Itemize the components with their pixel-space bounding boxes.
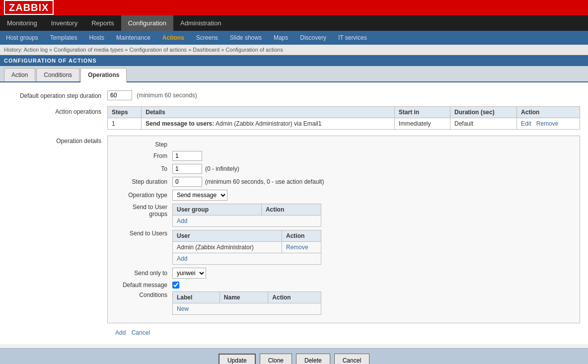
step-header-row: Step — [113, 141, 575, 148]
step-duration-field: (minimum 60 seconds) — [107, 90, 580, 100]
operation-details-field: Step From To (0 - infinitely) — [107, 136, 580, 323]
form-links: Add Cancel — [107, 329, 588, 336]
default-message-checkbox[interactable] — [172, 282, 179, 289]
nav-administration[interactable]: Administration — [173, 15, 228, 31]
clone-button[interactable]: Clone — [260, 354, 292, 364]
content: Default operation step duration (minimum… — [0, 82, 588, 344]
main-nav: Monitoring Inventory Reports Configurati… — [0, 15, 588, 31]
tab-action[interactable]: Action — [4, 68, 35, 81]
subnav-discovery[interactable]: Discovery — [294, 31, 332, 45]
step-duration-hint: (minimum 60 seconds) — [137, 92, 197, 99]
op-start-in: Immediately — [394, 118, 450, 130]
step-duration-label: Default operation step duration — [8, 90, 107, 99]
subnav-it-services[interactable]: IT services — [332, 31, 373, 45]
from-row: From — [113, 151, 575, 161]
user-name: Admin (Zabbix Administrator) — [173, 242, 282, 253]
subnav-host-groups[interactable]: Host groups — [0, 31, 44, 45]
subnav-screens[interactable]: Screens — [190, 31, 224, 45]
logo-text: ZABBIX — [9, 2, 49, 13]
to-label: To — [113, 165, 172, 172]
form-cancel-link[interactable]: Cancel — [132, 329, 150, 336]
send-to-users-value: User Action Admin (Zabbix Administrator)… — [172, 230, 321, 265]
subnav-templates[interactable]: Templates — [44, 31, 83, 45]
default-message-value — [172, 282, 179, 289]
user-row: Admin (Zabbix Administrator) Remove — [173, 242, 321, 253]
action-operations-row: Action operations Steps Details Start in… — [0, 106, 588, 130]
send-to-groups-value: User group Action Add — [172, 204, 321, 227]
cond-col-name: Name — [220, 292, 268, 303]
cond-new-row: New — [173, 303, 321, 315]
update-button[interactable]: Update — [219, 354, 256, 364]
conditions-label: Conditions — [113, 291, 172, 298]
table-row: 1 Send message to users: Admin (Zabbix A… — [108, 118, 580, 130]
breadcrumb: History: Action log » Configuration of m… — [0, 45, 588, 55]
tabs: Action Conditions Operations — [0, 66, 588, 82]
subnav-maintenance[interactable]: Maintenance — [110, 31, 156, 45]
op-steps: 1 — [108, 118, 142, 130]
from-label: From — [113, 152, 172, 159]
conditions-row: Conditions Label Name Action — [113, 291, 575, 315]
from-input[interactable] — [172, 151, 202, 161]
op-remove-link[interactable]: Remove — [536, 120, 559, 127]
operation-details-label: Operation details — [8, 136, 107, 145]
user-add-link[interactable]: Add — [177, 255, 187, 262]
send-to-groups-label: Send to User groups — [113, 204, 172, 218]
operation-type-row: Operation type Send message — [113, 190, 575, 201]
form-add-link[interactable]: Add — [115, 329, 126, 336]
to-hint: (0 - infinitely) — [205, 165, 239, 172]
operation-details-box: Step From To (0 - infinitely) — [107, 136, 580, 323]
send-to-groups-row: Send to User groups User group Action — [113, 204, 575, 227]
op-step-duration-input[interactable] — [172, 177, 202, 187]
user-remove-cell: Remove — [282, 242, 321, 253]
nav-monitoring[interactable]: Monitoring — [0, 15, 44, 31]
op-step-duration-value: (minimum 60 seconds, 0 - use action defa… — [172, 177, 324, 187]
op-details: Send message to users: Admin (Zabbix Adm… — [142, 118, 395, 130]
delete-button[interactable]: Delete — [296, 354, 330, 364]
col-action: Action — [517, 107, 580, 118]
col-duration: Duration (sec) — [450, 107, 516, 118]
ug-add-link[interactable]: Add — [177, 218, 187, 224]
cond-col-label: Label — [173, 292, 220, 303]
user-add-row: Add — [173, 253, 321, 265]
op-step-duration-label: Step duration — [113, 178, 172, 185]
default-message-row: Default message — [113, 282, 575, 289]
tab-conditions[interactable]: Conditions — [36, 68, 79, 81]
cond-new-link[interactable]: New — [177, 305, 189, 312]
send-to-users-row: Send to Users User Action — [113, 230, 575, 265]
user-groups-table: User group Action Add — [172, 204, 321, 227]
op-duration: Default — [450, 118, 516, 130]
subnav-actions[interactable]: Actions — [156, 31, 190, 45]
cancel-button[interactable]: Cancel — [334, 354, 369, 364]
subnav-hosts[interactable]: Hosts — [83, 31, 110, 45]
nav-reports[interactable]: Reports — [84, 15, 121, 31]
step-duration-row: Default operation step duration (minimum… — [0, 90, 588, 100]
step-duration-input[interactable] — [107, 90, 132, 100]
logo[interactable]: ZABBIX — [4, 2, 54, 13]
subnav-slide-shows[interactable]: Slide shows — [224, 31, 268, 45]
ug-col-action: Action — [261, 204, 321, 216]
from-value — [172, 151, 202, 161]
operation-type-value: Send message — [172, 190, 227, 201]
action-operations-label: Action operations — [8, 106, 107, 115]
col-steps: Steps — [108, 107, 142, 118]
nav-configuration[interactable]: Configuration — [121, 15, 173, 31]
action-operations-field: Steps Details Start in Duration (sec) Ac… — [107, 106, 580, 130]
user-add-cell: Add — [173, 253, 321, 265]
op-action-links: Edit Remove — [517, 118, 580, 130]
send-only-to-select[interactable]: yunwei — [172, 268, 206, 279]
tab-operations[interactable]: Operations — [80, 68, 127, 82]
to-input[interactable] — [172, 164, 202, 174]
operation-type-select[interactable]: Send message — [172, 190, 227, 201]
send-only-to-label: Send only to — [113, 270, 172, 277]
subnav-maps[interactable]: Maps — [268, 31, 294, 45]
ug-add-cell: Add — [173, 216, 321, 227]
user-remove-link[interactable]: Remove — [286, 244, 308, 251]
default-message-label: Default message — [113, 282, 172, 289]
conditions-value: Label Name Action New — [172, 291, 321, 315]
op-step-duration-hint: (minimum 60 seconds, 0 - use action defa… — [205, 178, 324, 185]
send-only-to-row: Send only to yunwei — [113, 268, 575, 279]
op-edit-link[interactable]: Edit — [521, 120, 531, 127]
nav-inventory[interactable]: Inventory — [44, 15, 84, 31]
to-value: (0 - infinitely) — [172, 164, 239, 174]
col-details: Details — [142, 107, 395, 118]
